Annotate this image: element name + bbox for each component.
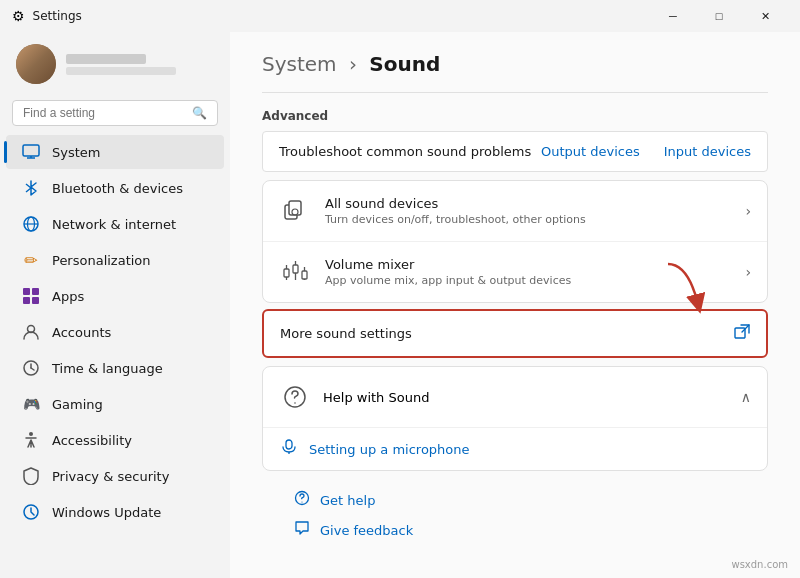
give-feedback-link[interactable]: Give feedback [294, 517, 736, 543]
sidebar: 🔍 System Bluetooth & devices Network & i… [0, 32, 230, 578]
all-sound-devices-row[interactable]: All sound devices Turn devices on/off, t… [263, 181, 767, 242]
help-section-chevron: ∧ [741, 389, 751, 405]
svg-point-16 [29, 432, 33, 436]
sidebar-item-privacy-label: Privacy & security [52, 469, 169, 484]
sidebar-item-accessibility-label: Accessibility [52, 433, 132, 448]
troubleshoot-links: Output devices Input devices [541, 144, 751, 159]
sidebar-item-windows-update-label: Windows Update [52, 505, 161, 520]
windows-update-icon [22, 503, 40, 521]
top-divider [262, 92, 768, 93]
advanced-section-label: Advanced [262, 109, 768, 123]
gaming-icon: 🎮 [22, 395, 40, 413]
svg-point-38 [301, 501, 302, 502]
svg-rect-24 [293, 265, 298, 273]
title-bar-controls: ─ □ ✕ [650, 0, 788, 32]
close-button[interactable]: ✕ [742, 0, 788, 32]
svg-rect-8 [23, 288, 30, 295]
sidebar-item-bluetooth[interactable]: Bluetooth & devices [6, 171, 224, 205]
svg-rect-9 [32, 288, 39, 295]
avatar [16, 44, 56, 84]
sidebar-item-accounts-label: Accounts [52, 325, 111, 340]
sidebar-item-accessibility[interactable]: Accessibility [6, 423, 224, 457]
sidebar-item-network[interactable]: Network & internet [6, 207, 224, 241]
get-help-text[interactable]: Get help [320, 493, 375, 508]
title-bar-title: Settings [33, 9, 642, 23]
sound-devices-icon [279, 195, 311, 227]
all-sound-devices-title: All sound devices [325, 196, 731, 211]
volume-mixer-chevron: › [745, 264, 751, 280]
help-icon [279, 381, 311, 413]
sidebar-item-privacy[interactable]: Privacy & security [6, 459, 224, 493]
sidebar-item-apps[interactable]: Apps [6, 279, 224, 313]
sidebar-item-gaming[interactable]: 🎮 Gaming [6, 387, 224, 421]
svg-rect-19 [289, 201, 301, 215]
content-header: System › Sound [230, 32, 800, 92]
get-help-link[interactable]: Get help [294, 487, 736, 513]
app-body: 🔍 System Bluetooth & devices Network & i… [0, 32, 800, 578]
help-section-header[interactable]: Help with Sound ∧ [263, 367, 767, 428]
svg-rect-27 [302, 271, 307, 279]
sidebar-item-personalization[interactable]: ✏️ Personalization [6, 243, 224, 277]
accounts-icon [22, 323, 40, 341]
system-icon [22, 143, 40, 161]
sidebar-profile[interactable] [0, 32, 230, 96]
bluetooth-icon [22, 179, 40, 197]
time-icon [22, 359, 40, 377]
svg-line-15 [31, 368, 34, 370]
maximize-button[interactable]: □ [696, 0, 742, 32]
sidebar-item-windows-update[interactable]: Windows Update [6, 495, 224, 529]
sidebar-item-system-label: System [52, 145, 100, 160]
output-devices-link[interactable]: Output devices [541, 144, 640, 159]
get-help-icon [294, 490, 310, 510]
troubleshoot-label: Troubleshoot common sound problems [279, 144, 531, 159]
watermark: wsxdn.com [731, 559, 788, 570]
troubleshoot-row: Troubleshoot common sound problems Outpu… [262, 131, 768, 172]
breadcrumb-current: Sound [369, 52, 440, 76]
volume-mixer-icon [279, 256, 311, 288]
external-link-icon [734, 324, 750, 343]
search-input[interactable] [23, 106, 186, 120]
sidebar-item-gaming-label: Gaming [52, 397, 103, 412]
title-bar: ⚙ Settings ─ □ ✕ [0, 0, 800, 32]
give-feedback-text[interactable]: Give feedback [320, 523, 413, 538]
privacy-icon [22, 467, 40, 485]
microphone-help-row[interactable]: Setting up a microphone [263, 428, 767, 470]
help-card: Help with Sound ∧ Setting up a microphon… [262, 366, 768, 471]
svg-rect-11 [32, 297, 39, 304]
search-box[interactable]: 🔍 [12, 100, 218, 126]
settings-icon: ⚙ [12, 8, 25, 24]
sidebar-item-personalization-label: Personalization [52, 253, 151, 268]
all-sound-devices-text: All sound devices Turn devices on/off, t… [325, 196, 731, 226]
network-icon [22, 215, 40, 233]
profile-info [66, 54, 176, 75]
volume-mixer-row[interactable]: Volume mixer App volume mix, app input &… [263, 242, 767, 302]
microphone-help-icon [279, 439, 299, 459]
sidebar-item-accounts[interactable]: Accounts [6, 315, 224, 349]
minimize-button[interactable]: ─ [650, 0, 696, 32]
svg-rect-35 [286, 440, 292, 449]
sidebar-item-time[interactable]: Time & language [6, 351, 224, 385]
all-sound-devices-chevron: › [745, 203, 751, 219]
breadcrumb-separator: › [349, 52, 363, 76]
breadcrumb-parent: System [262, 52, 337, 76]
sidebar-item-system[interactable]: System [6, 135, 224, 169]
sound-settings-card: All sound devices Turn devices on/off, t… [262, 180, 768, 303]
volume-mixer-text: Volume mixer App volume mix, app input &… [325, 257, 731, 287]
search-icon: 🔍 [192, 106, 207, 120]
personalization-icon: ✏️ [22, 251, 40, 269]
content-area: System › Sound Advanced Troubleshoot com… [230, 32, 800, 578]
bottom-links: Get help Give feedback [262, 471, 768, 559]
content-body: Advanced Troubleshoot common sound probl… [230, 109, 800, 578]
sidebar-item-time-label: Time & language [52, 361, 163, 376]
svg-rect-0 [23, 145, 39, 156]
profile-email [66, 67, 176, 75]
all-sound-devices-desc: Turn devices on/off, troubleshoot, other… [325, 213, 731, 226]
breadcrumb: System › Sound [262, 52, 768, 76]
more-sound-settings-row[interactable]: More sound settings [262, 309, 768, 358]
input-devices-link[interactable]: Input devices [664, 144, 751, 159]
microphone-help-link[interactable]: Setting up a microphone [309, 442, 470, 457]
help-section-title: Help with Sound [323, 390, 429, 405]
svg-rect-21 [284, 269, 289, 277]
give-feedback-icon [294, 520, 310, 540]
svg-rect-10 [23, 297, 30, 304]
